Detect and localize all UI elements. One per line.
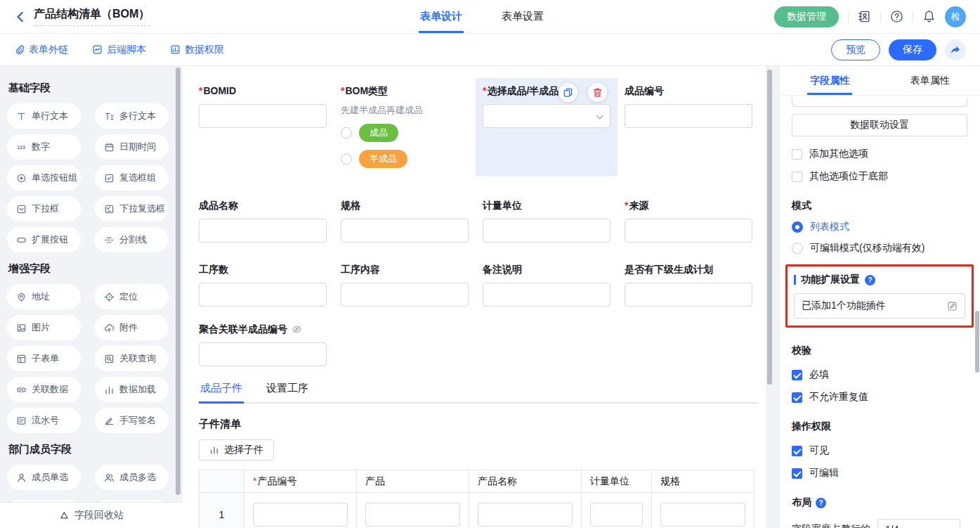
panel-tab-form-props[interactable]: 表单属性 [880,66,980,95]
sidebar-item-member-single[interactable]: 成员单选 [7,465,81,490]
field-input[interactable] [625,219,752,243]
permission-checkbox[interactable]: 可编辑 [792,467,967,479]
radio-option[interactable]: 半成品 [341,150,469,168]
checkbox-icon[interactable] [792,172,802,182]
field-input[interactable] [199,219,327,243]
avatar[interactable]: 检 [945,6,966,27]
sidebar-item-divider[interactable]: 分割线 [95,227,169,252]
sidebar-item-related-data[interactable]: 关联数据 [7,377,81,402]
sidebar-item-data-load[interactable]: 数据加载 [95,377,169,402]
permission-checkbox[interactable]: 可见 [792,444,967,457]
page-title[interactable]: 产品结构清单（BOM） [34,7,150,26]
canvas-scrollbar-thumb[interactable] [767,70,772,385]
table-cell-input[interactable] [365,503,460,527]
sidebar-item-multi-line-text[interactable]: 多行文本 [95,103,169,129]
sidebar-item-subform[interactable]: 子表单 [7,346,81,371]
bell-icon[interactable] [922,10,936,23]
field-tile[interactable]: 成品名称 [192,193,334,248]
field-input[interactable] [625,283,752,307]
field-tile[interactable]: 工序内容 [334,257,476,312]
canvas-subtab-1[interactable]: 设置工序 [265,382,310,402]
table-cell-input[interactable] [660,503,745,527]
field-tile[interactable]: *来源 [618,193,759,248]
sidebar-item-related-query[interactable]: 关联查询 [95,346,169,371]
field-tile[interactable]: 计量单位 [476,193,618,248]
field-tile[interactable]: 成品编号 [618,78,759,134]
topbar-tab-form-settings[interactable]: 表单设置 [502,0,544,33]
help-icon[interactable] [890,10,903,23]
field-select[interactable] [483,104,610,128]
edit-icon[interactable] [947,301,958,311]
field-input[interactable] [341,283,469,307]
checkbox-icon[interactable] [792,392,802,403]
field-tile[interactable]: 聚合关联半成品编号 [192,316,334,372]
panel-tab-field-props[interactable]: 字段属性 [780,66,880,95]
field-tile[interactable]: *BOM类型先建半成品再建成品成品半成品 [334,78,476,181]
canvas-subtab-0[interactable]: 成品子件 [199,382,244,402]
question-circle-icon[interactable]: ? [816,498,826,508]
question-circle-icon[interactable]: ? [865,275,875,285]
field-input[interactable] [199,342,327,366]
sidebar-item-signature[interactable]: 手写签名 [95,408,169,433]
extension-plugin-field[interactable]: 已添加1个功能插件 [794,293,965,318]
mode-radio-option[interactable]: 可编辑模式(仅移动端有效) [792,242,967,255]
field-tile[interactable]: 是否有下级生成计划 [618,257,759,312]
field-recycle-bin[interactable]: 字段回收站 [0,502,183,528]
field-input[interactable] [483,283,610,307]
option-checkbox[interactable]: 其他选项位于底部 [792,170,967,183]
sidebar-scrollbar-thumb[interactable] [176,67,181,495]
scrolled-partial-input[interactable] [792,98,967,107]
checkbox-icon[interactable] [792,446,802,456]
toolbar-link-link[interactable]: 表单外链 [14,44,68,56]
preview-button[interactable]: 预览 [831,39,880,60]
sidebar-item-number[interactable]: 123数字 [7,134,81,160]
checkbox-icon[interactable] [792,468,802,479]
field-input[interactable] [341,219,469,243]
panel-scrollbar-thumb[interactable] [975,311,979,373]
sidebar-item-attachment[interactable]: 附件 [95,315,169,340]
field-tile[interactable]: 工序数 [192,257,334,312]
field-input[interactable] [625,104,752,128]
toolbar-link-script[interactable]: 后端脚本 [92,44,146,56]
option-checkbox[interactable]: 添加其他选项 [792,148,967,160]
data-link-settings-button[interactable]: 数据联动设置 [792,114,967,136]
table-cell-input[interactable] [590,503,643,527]
sidebar-item-address[interactable]: 地址 [7,284,81,309]
sidebar-item-extend-button[interactable]: 扩展按钮 [7,227,81,252]
radio-option[interactable]: 成品 [341,124,469,142]
sidebar-item-single-line-text[interactable]: 单行文本 [7,103,81,129]
sidebar-item-serial-number[interactable]: 流水号 [7,408,81,433]
topbar-tab-form-design[interactable]: 表单设计 [420,0,462,33]
field-tile[interactable]: *BOMID [192,78,334,134]
radio-icon[interactable] [792,243,803,254]
radio-icon[interactable] [341,153,352,165]
share-button[interactable] [945,39,966,60]
radio-icon[interactable] [792,221,803,233]
save-button[interactable]: 保存 [889,39,936,60]
mode-radio-option[interactable]: 列表模式 [792,221,967,233]
sidebar-item-locate[interactable]: 定位 [95,284,169,309]
layout-width-select[interactable]: 1/4 [877,519,960,528]
sidebar-item-image[interactable]: 图片 [7,315,81,340]
field-tile[interactable]: 规格 [334,193,476,248]
copy-field-button[interactable] [558,83,577,102]
validation-checkbox[interactable]: 不允许重复值 [792,391,967,404]
field-tile[interactable]: *选择成品/半成品 [476,78,618,176]
sidebar-item-dropdown-multi[interactable]: 下拉复选框 [95,196,169,221]
field-input[interactable] [199,283,327,307]
contacts-icon[interactable] [858,10,871,23]
data-manage-button[interactable]: 数据管理 [774,6,839,27]
field-tile[interactable]: 备注说明 [476,257,618,312]
back-icon[interactable] [14,11,27,23]
sidebar-item-datetime[interactable]: 日期时间 [95,134,169,160]
table-cell-input[interactable] [478,503,573,527]
sidebar-item-checkbox-group[interactable]: 复选框组 [95,165,169,191]
delete-field-button[interactable] [588,83,607,102]
checkbox-icon[interactable] [792,149,802,160]
sidebar-item-radio-group[interactable]: 单选按钮组 [7,165,81,191]
table-cell-input[interactable] [253,503,348,527]
select-child-button[interactable]: 选择子件 [199,439,274,461]
radio-icon[interactable] [341,127,352,139]
sidebar-item-member-multi[interactable]: 成员多选 [95,465,169,490]
toolbar-link-permission[interactable]: 数据权限 [170,44,224,56]
